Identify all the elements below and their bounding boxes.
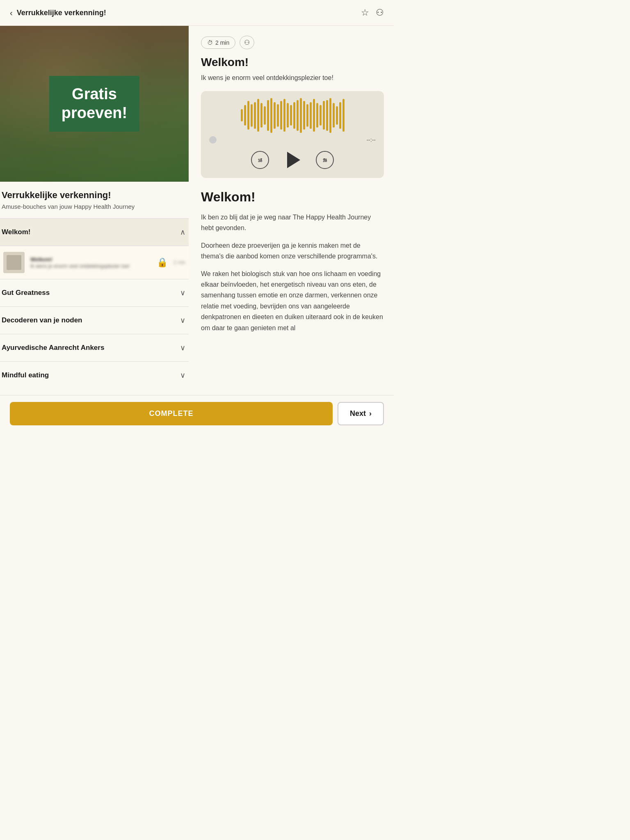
waveform-bar	[287, 103, 289, 128]
lesson-description: Ik wens je enorm veel ontdekkingsplezier…	[30, 263, 151, 269]
header-actions: ☆ ⚇	[361, 7, 384, 18]
header-title: Verrukkelijke verkenning!	[17, 9, 106, 17]
section-gut-title: Gut Greatness	[2, 289, 50, 297]
content-heading: Welkom!	[201, 56, 384, 69]
promo-badge: Gratis proeven!	[49, 76, 139, 131]
next-label: Next	[350, 409, 366, 418]
meta-row: ⏱ 2 min ⚇	[201, 36, 384, 49]
course-title: Verrukkelijke verkenning!	[2, 190, 182, 201]
course-info: Verrukkelijke verkenning! Amuse-bouches …	[0, 182, 189, 215]
waveform-bar	[293, 102, 295, 129]
rewind-circle: ↺ 15	[251, 151, 269, 169]
waveform-bar	[277, 104, 279, 127]
section-ayurvedische-header[interactable]: Ayurvedische Aanrecht Ankers ∨	[0, 334, 189, 361]
app-header: ‹ Verrukkelijke verkenning! ☆ ⚇	[0, 0, 394, 26]
waveform-bar	[257, 99, 259, 132]
header-left: ‹ Verrukkelijke verkenning!	[10, 8, 106, 18]
section-decoderen-header[interactable]: Decoderen van je noden ∨	[0, 306, 189, 334]
waveform-bar	[316, 103, 318, 128]
rewind-button[interactable]: ↺ 15	[250, 150, 270, 170]
promo-text-line2: proeven!	[62, 104, 127, 123]
waveform-bar	[320, 105, 322, 126]
lesson-content: Welkom! Ik wens je enorm veel ontdekking…	[30, 256, 151, 269]
waveform-bar	[297, 100, 299, 131]
progress-time: --:--	[366, 137, 376, 143]
next-button[interactable]: Next ›	[338, 402, 384, 425]
waveform-bar	[303, 101, 305, 130]
chevron-welkom-icon: ∧	[180, 228, 185, 237]
section-mindful-header[interactable]: Mindful eating ∨	[0, 361, 189, 389]
waveform-bar	[260, 103, 262, 128]
right-panel: ⏱ 2 min ⚇ Welkom! Ik wens je enorm veel …	[189, 26, 394, 395]
body-paragraph-1: Doorheen deze proeverijen ga je kennis m…	[201, 240, 384, 262]
waveform-bar	[247, 101, 249, 130]
section-mindful-title: Mindful eating	[2, 371, 49, 379]
lesson-thumbnail	[3, 252, 25, 273]
lesson-item-welkom[interactable]: Welkom! Ik wens je enorm veel ontdekking…	[0, 246, 189, 279]
forward-circle: ↻ 15	[316, 151, 334, 169]
waveform-bar	[244, 105, 246, 126]
section-welkom-title: Welkom!	[2, 228, 31, 236]
waveform-bar	[283, 99, 285, 132]
waveform-bar	[336, 106, 338, 125]
waveform-bar	[264, 106, 266, 125]
rewind-seconds: 15	[258, 158, 262, 163]
lock-icon: 🔒	[157, 257, 168, 268]
progress-indicator[interactable]	[209, 136, 217, 144]
next-arrow-icon: ›	[369, 409, 372, 418]
body-paragraph-0: Ik ben zo blij dat je je weg naar The Ha…	[201, 212, 384, 234]
course-image: Gratis proeven!	[0, 26, 189, 182]
waveform-bar	[251, 104, 253, 127]
waveform-bar	[326, 100, 328, 131]
audio-player: --:-- ↺ 15 ↻ 15	[201, 91, 384, 178]
player-controls: ↺ 15 ↻ 15	[209, 150, 376, 170]
complete-button[interactable]: COMPLETE	[10, 402, 333, 425]
time-badge: ⏱ 2 min	[201, 37, 235, 49]
waveform-bar	[274, 102, 276, 129]
lesson-duration: 2 min	[173, 260, 185, 265]
chevron-mindful-icon: ∨	[180, 371, 185, 380]
content-body: Ik ben zo blij dat je je weg naar The Ha…	[201, 212, 384, 333]
left-panel: Gratis proeven! Verrukkelijke verkenning…	[0, 26, 189, 389]
share-button[interactable]: ⚇	[376, 7, 384, 18]
forward-button[interactable]: ↻ 15	[315, 150, 335, 170]
waveform-bar	[300, 98, 302, 133]
waveform	[209, 101, 376, 130]
back-button[interactable]: ‹	[10, 8, 13, 18]
waveform-bar	[267, 100, 269, 131]
bottom-action-bar: COMPLETE Next ›	[0, 395, 394, 432]
clock-icon: ⏱	[207, 39, 213, 46]
sidebar-sections: Welkom! ∧ Welkom! Ik wens je enorm veel …	[0, 218, 189, 389]
course-subtitle: Amuse-bouches van jouw Happy Health Jour…	[2, 203, 182, 210]
waveform-bar	[306, 104, 308, 127]
bookmark-button[interactable]: ☆	[361, 7, 369, 18]
time-value: 2 min	[215, 39, 229, 46]
waveform-bar	[241, 109, 243, 121]
waveform-bar	[254, 102, 256, 129]
section-decoderen-title: Decoderen van je noden	[2, 316, 82, 324]
waveform-bar	[342, 99, 345, 132]
forward-seconds: 15	[322, 158, 327, 163]
section-gut-header[interactable]: Gut Greatness ∨	[0, 279, 189, 306]
link-badge[interactable]: ⚇	[240, 36, 254, 49]
section-ayurvedische-title: Ayurvedische Aanrecht Ankers	[2, 344, 104, 352]
waveform-bar	[339, 102, 341, 129]
waveform-bar	[313, 99, 315, 132]
main-layout: Gratis proeven! Verrukkelijke verkenning…	[0, 26, 394, 395]
section-welkom-header[interactable]: Welkom! ∧	[0, 218, 189, 246]
waveform-bar	[310, 102, 312, 129]
body-paragraph-2: We raken het biologisch stuk van hoe ons…	[201, 269, 384, 333]
progress-row: --:--	[209, 136, 376, 144]
play-button[interactable]	[285, 152, 300, 168]
waveform-bar	[333, 103, 335, 128]
thumbnail-inner	[7, 255, 21, 270]
content-intro: Ik wens je enorm veel ontdekkingsplezier…	[201, 73, 384, 83]
promo-text-line1: Gratis	[62, 85, 127, 104]
waveform-bar	[329, 98, 331, 133]
waveform-bar	[270, 98, 272, 133]
chevron-decoderen-icon: ∨	[180, 316, 185, 325]
section-content-title: Welkom!	[201, 189, 384, 205]
chevron-gut-icon: ∨	[180, 288, 185, 297]
waveform-bar	[323, 101, 325, 130]
lesson-title: Welkom!	[30, 256, 151, 262]
